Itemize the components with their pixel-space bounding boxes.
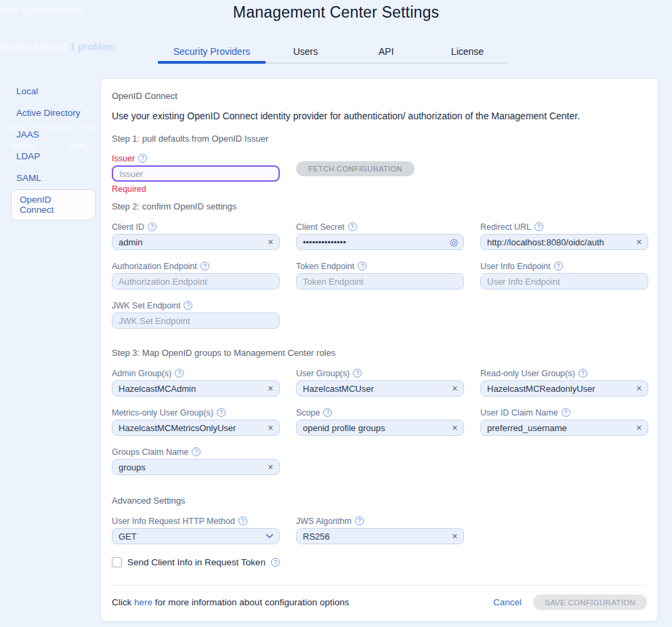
save-configuration-button[interactable]: SAVE CONFIGURATION (533, 594, 647, 610)
chevron-down-icon[interactable] (266, 533, 274, 539)
help-icon[interactable]: ? (148, 222, 156, 231)
groups-claim-name-label: Groups Claim Name (112, 447, 188, 457)
cancel-button[interactable]: Cancel (493, 597, 522, 607)
send-client-info-checkbox[interactable] (112, 557, 122, 567)
readonly-user-groups-label: Read-only User Group(s) (480, 369, 575, 378)
issuer-required-error: Required (112, 184, 280, 194)
send-client-info-label: Send Client Info in Request Token (127, 557, 266, 567)
fetch-configuration-button[interactable]: FETCH CONFIGURATION (296, 161, 415, 176)
client-id-label: Client ID (112, 222, 144, 232)
help-icon[interactable]: ? (358, 262, 366, 270)
settings-tabs: Security Providers Users API License (158, 46, 508, 64)
panel-footer: Click here for more information about co… (112, 594, 647, 610)
help-icon[interactable]: ? (562, 408, 570, 417)
issuer-label: Issuer (112, 154, 135, 163)
jws-algorithm-input[interactable] (296, 528, 464, 544)
advanced-settings-title: Advanced Settings (112, 495, 647, 506)
token-endpoint-label: Token Endpoint (296, 262, 354, 271)
page: uster Connections+ althcheck found 1 pro… (0, 0, 672, 627)
help-icon[interactable]: ? (201, 262, 209, 270)
help-icon[interactable]: ? (184, 301, 192, 310)
token-endpoint-input[interactable] (296, 273, 464, 289)
help-icon[interactable]: ? (348, 222, 357, 231)
admin-groups-input[interactable] (112, 380, 280, 397)
sidebar-item-active-directory[interactable]: Active Directory (11, 102, 96, 123)
jwk-set-endpoint-input[interactable] (112, 312, 280, 329)
help-icon[interactable]: ? (138, 154, 147, 163)
clear-icon[interactable]: ✕ (636, 238, 642, 247)
show-password-eye-icon[interactable]: ◎ (450, 237, 458, 247)
sidebar-item-openid-connect[interactable]: OpenID Connect (11, 189, 96, 220)
field-readonly-user-groups: Read-only User Group(s)? ✕ (480, 368, 648, 397)
help-icon[interactable]: ? (355, 517, 364, 525)
tab-api[interactable]: API (345, 46, 427, 62)
help-icon[interactable]: ? (175, 369, 184, 378)
tab-users[interactable]: Users (266, 46, 345, 62)
panel-description: Use your existing OpenID Connect identit… (112, 110, 647, 121)
authorization-endpoint-input[interactable] (112, 273, 280, 289)
field-user-id-claim-name: User ID Claim Name? ✕ (480, 407, 648, 436)
readonly-user-groups-input[interactable] (480, 380, 648, 397)
user-info-request-http-method-label: User Info Request HTTP Method (112, 517, 235, 526)
clear-icon[interactable]: ✕ (452, 384, 458, 393)
help-icon[interactable]: ? (579, 369, 587, 378)
clear-icon[interactable]: ✕ (268, 384, 274, 393)
field-user-groups: User Group(s)? ✕ (296, 368, 464, 397)
field-admin-groups: Admin Group(s)? ✕ (112, 368, 280, 397)
background-healthcheck-label: althcheck found (0, 41, 67, 52)
tab-security-providers[interactable]: Security Providers (158, 46, 266, 64)
user-info-request-http-method-select[interactable] (112, 528, 280, 544)
field-user-info-request-http-method: User Info Request HTTP Method? (112, 516, 280, 544)
user-info-endpoint-input[interactable] (480, 273, 648, 289)
step1-title: Step 1: pull defaults from OpenID Issuer (112, 134, 647, 144)
field-redirect-url: Redirect URL? ✕ (480, 222, 648, 250)
send-client-info-row: Send Client Info in Request Token ? (112, 557, 647, 567)
client-secret-input[interactable] (296, 234, 464, 250)
help-icon[interactable]: ? (554, 262, 563, 270)
groups-claim-name-input[interactable] (112, 459, 280, 475)
sidebar-item-local[interactable]: Local (11, 81, 96, 102)
help-icon[interactable]: ? (353, 369, 362, 378)
metrics-only-user-groups-input[interactable] (112, 420, 280, 436)
footer-info-prefix: Click (112, 597, 131, 607)
user-id-claim-name-input[interactable] (480, 420, 648, 436)
clear-icon[interactable]: ✕ (636, 424, 642, 432)
footer-info-text: Click here for more information about co… (112, 597, 349, 607)
scope-label: Scope (296, 408, 320, 418)
user-groups-input[interactable] (296, 380, 464, 397)
help-icon[interactable]: ? (238, 517, 247, 525)
field-authorization-endpoint: Authorization Endpoint? (112, 261, 280, 289)
clear-icon[interactable]: ✕ (268, 238, 274, 247)
field-client-secret: Client Secret? ◎ (296, 222, 464, 250)
background-healthcheck: althcheck found 1 problem (0, 41, 115, 52)
sidebar-item-ldap[interactable]: LDAP (11, 146, 96, 167)
clear-icon[interactable]: ✕ (636, 384, 642, 393)
field-issuer: Issuer ? Required (112, 153, 280, 194)
help-icon[interactable]: ? (271, 558, 280, 567)
sidebar-item-jaas[interactable]: JAAS (11, 124, 96, 145)
redirect-url-label: Redirect URL (480, 222, 531, 232)
help-icon[interactable]: ? (217, 408, 226, 417)
footer-info-suffix: for more information about configuration… (152, 597, 349, 607)
redirect-url-input[interactable] (480, 234, 648, 250)
help-icon[interactable]: ? (534, 222, 543, 231)
help-icon[interactable]: ? (323, 408, 332, 417)
jws-algorithm-label: JWS Algorithm (296, 517, 352, 526)
clear-icon[interactable]: ✕ (268, 463, 274, 472)
field-scope: Scope? ✕ (296, 407, 464, 436)
help-icon[interactable]: ? (192, 447, 201, 456)
metrics-only-user-groups-label: Metrics-only User Group(s) (112, 408, 213, 418)
clear-icon[interactable]: ✕ (452, 532, 458, 541)
tab-license[interactable]: License (427, 46, 508, 62)
scope-input[interactable] (296, 420, 464, 436)
clear-icon[interactable]: ✕ (268, 424, 274, 432)
security-providers-sidebar: Local Active Directory JAAS LDAP SAML Op… (11, 81, 96, 221)
more-info-link[interactable]: here (134, 597, 152, 607)
clear-icon[interactable]: ✕ (452, 424, 458, 432)
user-id-claim-name-label: User ID Claim Name (480, 408, 558, 418)
issuer-input[interactable] (112, 165, 280, 182)
field-token-endpoint: Token Endpoint? (296, 261, 464, 289)
sidebar-item-saml[interactable]: SAML (11, 167, 96, 188)
user-info-endpoint-label: User Info Endpoint (480, 262, 551, 271)
client-id-input[interactable] (112, 234, 280, 250)
